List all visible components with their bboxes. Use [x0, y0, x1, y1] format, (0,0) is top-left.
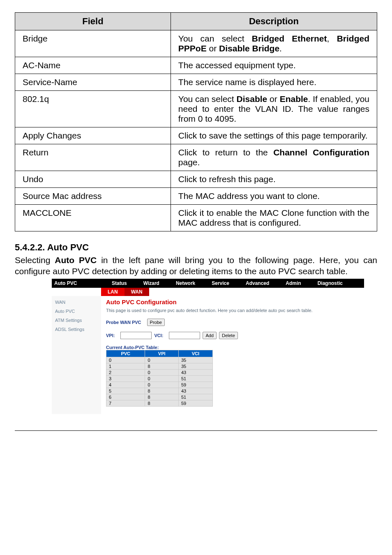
table-cell: 0: [145, 375, 178, 382]
table-row[interactable]: 3051: [106, 375, 213, 382]
table-row[interactable]: 5843: [106, 388, 213, 394]
screenshot-auto-pvc: Auto PVC StatusWizardNetworkServiceAdvan…: [52, 279, 364, 414]
table-cell: 0: [106, 357, 145, 363]
table-cell: 43: [178, 388, 212, 394]
section-heading: 5.4.2.2. Auto PVC: [15, 242, 377, 253]
field-cell: 802.1q: [15, 91, 171, 127]
table-row[interactable]: 4059: [106, 382, 213, 388]
table-cell: 0: [145, 369, 178, 375]
table-row[interactable]: 7859: [106, 400, 213, 406]
tab-lan[interactable]: LAN: [101, 288, 125, 296]
table-row[interactable]: 2043: [106, 369, 213, 375]
page-label: Auto PVC: [52, 279, 104, 288]
description-cell: Click to refresh this page.: [171, 171, 377, 188]
topbar: Auto PVC StatusWizardNetworkServiceAdvan…: [52, 279, 364, 288]
field-cell: Service-Name: [15, 74, 171, 91]
probe-row: Probe WAN PVC Probe: [106, 319, 359, 326]
tab-wan[interactable]: WAN: [125, 288, 149, 296]
description-cell: Click to return to the Channel Configura…: [171, 144, 377, 171]
table-cell: 59: [178, 400, 212, 406]
sidebar-item-atm-settings[interactable]: ATM Settings: [52, 316, 101, 325]
table-cell: 35: [178, 363, 212, 369]
sidebar-item-adsl-settings[interactable]: ADSL Settings: [52, 325, 101, 334]
section-body: Selecting Auto PVC in the left pane will…: [15, 254, 377, 277]
sidebar-item-auto-pvc[interactable]: Auto PVC: [52, 307, 101, 316]
table-row[interactable]: 0035: [106, 357, 213, 363]
table-cell: 4: [106, 382, 145, 388]
table-cell: 51: [178, 394, 212, 400]
field-cell: MACCLONE: [15, 205, 171, 231]
vci-input[interactable]: [169, 332, 200, 339]
field-cell: Source Mac address: [15, 188, 171, 205]
main-panel: Auto PVC Configuration This page is used…: [101, 296, 364, 414]
table-cell: 51: [178, 375, 212, 382]
sub-tabs: LAN WAN: [52, 288, 364, 296]
table-cell: 8: [145, 400, 178, 406]
tab-status[interactable]: Status: [104, 279, 135, 288]
table-cell: 59: [178, 382, 212, 388]
vpi-input[interactable]: [120, 332, 152, 339]
table-cell: 8: [145, 388, 178, 394]
description-cell: You can select Bridged Ethernet, Bridged…: [171, 30, 377, 57]
table-cell: 2: [106, 369, 145, 375]
table-cell: 1: [106, 363, 145, 369]
sidebar-item-wan[interactable]: WAN: [52, 298, 101, 307]
table-cell: 3: [106, 375, 145, 382]
table-cell: 0: [145, 357, 178, 363]
probe-label: Probe WAN PVC: [106, 320, 141, 325]
table-row[interactable]: 1835: [106, 363, 213, 369]
probe-button[interactable]: Probe: [147, 319, 165, 326]
vpi-label: VPI:: [106, 333, 115, 338]
vci-label: VCI:: [154, 333, 163, 338]
tab-service[interactable]: Service: [203, 279, 238, 288]
field-cell: Apply Changes: [15, 127, 171, 144]
vpi-vci-row: VPI: VCI: Add Delete: [106, 332, 359, 339]
field-cell: Return: [15, 144, 171, 171]
table-cell: 8: [145, 363, 178, 369]
tab-admin[interactable]: Admin: [277, 279, 309, 288]
description-cell: You can select Disable or Enable. If ena…: [171, 91, 377, 127]
field-cell: AC-Name: [15, 57, 171, 74]
table-cell: 6: [106, 394, 145, 400]
table-cell: 35: [178, 357, 212, 363]
field-description-table: Field Description BridgeYou can select B…: [15, 12, 377, 231]
tab-advanced[interactable]: Advanced: [238, 279, 277, 288]
config-desc: This page is used to configure pvc auto …: [106, 308, 359, 313]
delete-button[interactable]: Delete: [219, 332, 238, 339]
footer-rule: [15, 430, 377, 431]
table-cell: 7: [106, 400, 145, 406]
config-title: Auto PVC Configuration: [106, 298, 359, 305]
table-cell: 8: [145, 394, 178, 400]
field-cell: Undo: [15, 171, 171, 188]
col-pvc: PVC: [106, 350, 145, 357]
tab-network[interactable]: Network: [168, 279, 203, 288]
description-cell: The service name is displayed here.: [171, 74, 377, 91]
header-description: Description: [171, 13, 377, 30]
table-cell: 43: [178, 369, 212, 375]
description-cell: The accessed equipment type.: [171, 57, 377, 74]
description-cell: Click to save the settings of this page …: [171, 127, 377, 144]
field-cell: Bridge: [15, 30, 171, 57]
sidebar: WANAuto PVCATM SettingsADSL Settings: [52, 296, 101, 414]
pvc-table-heading: Current Auto-PVC Table:: [106, 345, 359, 350]
tab-diagnostic[interactable]: Diagnostic: [309, 279, 351, 288]
description-cell: The MAC address you want to clone.: [171, 188, 377, 205]
table-cell: 0: [145, 382, 178, 388]
tab-wizard[interactable]: Wizard: [135, 279, 168, 288]
col-vci: VCI: [178, 350, 212, 357]
table-cell: 5: [106, 388, 145, 394]
header-field: Field: [15, 13, 171, 30]
col-vpi: VPI: [145, 350, 178, 357]
add-button[interactable]: Add: [203, 332, 217, 339]
table-row[interactable]: 6851: [106, 394, 213, 400]
auto-pvc-table: PVC VPI VCI 0035183520433051405958436851…: [106, 350, 213, 407]
description-cell: Click it to enable the MAC Clone functio…: [171, 205, 377, 231]
